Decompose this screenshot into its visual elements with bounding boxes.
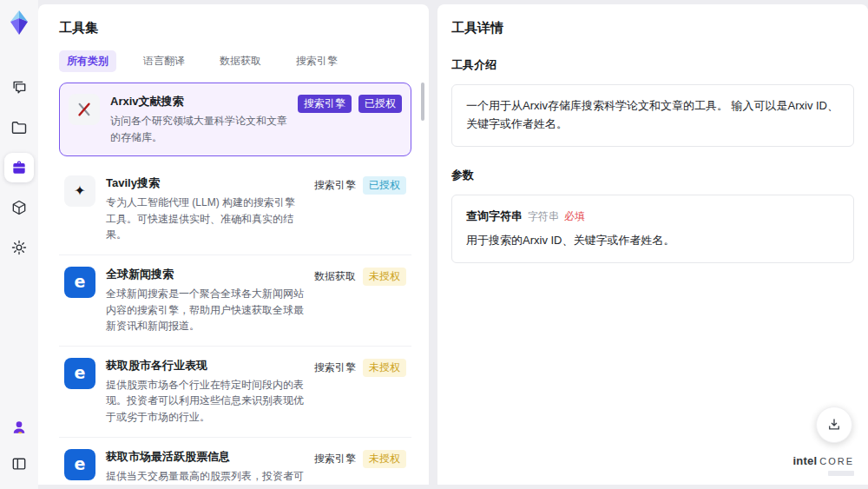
tool-list-item[interactable]: ✦Tavily搜索专为人工智能代理 (LLM) 构建的搜索引擎工具。可快速提供实…: [59, 164, 411, 255]
sidebar-bottom: [4, 413, 34, 489]
tool-description: 提供股票市场各个行业在特定时间段内的表现。投资者可以利用这些信息来识别表现优于或…: [106, 377, 304, 426]
tool-info: Tavily搜索专为人工智能代理 (LLM) 构建的搜索引擎工具。可快速提供实时…: [106, 175, 304, 243]
tool-tags: 搜索引擎未授权: [314, 449, 406, 468]
sidebar-item-packages[interactable]: [4, 193, 34, 222]
intro-heading: 工具介绍: [451, 57, 854, 73]
tab-language-translation[interactable]: 语言翻译: [135, 50, 193, 72]
chat-icon: [10, 79, 28, 96]
tab-all-categories[interactable]: 所有类别: [59, 50, 116, 72]
briefcase-icon: [10, 159, 28, 176]
tool-name: 获取市场最活跃股票信息: [106, 449, 304, 465]
tool-name: 全球新闻搜索: [106, 267, 304, 282]
tool-auth-badge: 已授权: [363, 176, 406, 195]
arxiv-logo-icon: [69, 94, 100, 125]
tool-description: 提供当天交易量最高的股票列表，投资者可以利用这些信息来识别流动性强的股票和潜在的…: [106, 468, 304, 485]
category-tabs: 所有类别语言翻译数据获取搜索引擎: [59, 50, 411, 72]
blue-app-icon: e: [64, 358, 95, 389]
tool-name: 获取股市各行业表现: [106, 358, 304, 373]
diamond-logo-icon: [8, 10, 30, 36]
tool-description: 全球新闻搜索是一个聚合全球各大新闻网站内容的搜索引擎，帮助用户快速获取全球最新资…: [106, 286, 304, 334]
tavily-star-icon: ✦: [64, 175, 95, 207]
intel-ultra-watermark: [828, 471, 854, 476]
details-title: 工具详情: [451, 20, 854, 36]
tool-name: Tavily搜索: [106, 175, 304, 191]
core-brand-text: core: [819, 456, 854, 467]
tool-category-tag: 数据获取: [314, 269, 356, 284]
download-button[interactable]: [816, 406, 852, 443]
tool-info: 获取股市各行业表现提供股票市场各个行业在特定时间段内的表现。投资者可以利用这些信…: [106, 358, 304, 426]
tool-list: Arxiv文献搜索访问各个研究领域大量科学论文和文章的存储库。搜索引擎已授权✦T…: [59, 83, 411, 485]
tool-name: Arxiv文献搜索: [110, 94, 287, 109]
tool-list-item[interactable]: e获取股市各行业表现提供股票市场各个行业在特定时间段内的表现。投资者可以利用这些…: [59, 347, 411, 438]
intel-brand-text: intel: [792, 454, 817, 468]
tool-tags: 搜索引擎已授权: [314, 175, 406, 195]
details-panel: 工具详情 工具介绍 一个用于从Arxiv存储库搜索科学论文和文章的工具。 输入可…: [437, 4, 868, 485]
tools-panel: 工具集 所有类别语言翻译数据获取搜索引擎 Arxiv文献搜索访问各个研究领域大量…: [38, 4, 429, 485]
tool-category-tag: 搜索引擎: [314, 360, 356, 375]
tool-description: 专为人工智能代理 (LLM) 构建的搜索引擎工具。可快速提供实时、准确和真实的结…: [106, 195, 304, 243]
blue-app-icon: e: [64, 267, 95, 298]
sidebar-item-collapse-panel[interactable]: [4, 449, 34, 479]
scrollbar-thumb[interactable]: [421, 83, 424, 121]
sidebar-item-toolbox[interactable]: [4, 153, 34, 182]
tool-tags: 搜索引擎未授权: [314, 358, 406, 377]
tool-auth-badge: 已授权: [358, 95, 402, 113]
params-heading: 参数: [451, 168, 854, 183]
tool-info: 全球新闻搜索全球新闻搜索是一个聚合全球各大新闻网站内容的搜索引擎，帮助用户快速获…: [106, 267, 304, 334]
tool-auth-badge: 未授权: [363, 359, 406, 377]
sidebar-item-chat[interactable]: [4, 73, 34, 102]
tool-info: Arxiv文献搜索访问各个研究领域大量科学论文和文章的存储库。: [110, 94, 287, 145]
panel-icon: [10, 455, 28, 472]
tab-data-fetch[interactable]: 数据获取: [212, 50, 269, 72]
intro-text: 一个用于从Arxiv存储库搜索科学论文和文章的工具。 输入可以是Arxiv ID…: [466, 99, 838, 130]
param-name: 查询字符串: [466, 209, 523, 222]
page-title: 工具集: [59, 20, 411, 36]
param-card: 查询字符串字符串必填 用于搜索的Arxiv ID、关键字或作者姓名。: [451, 195, 854, 264]
main-content: 工具集 所有类别语言翻译数据获取搜索引擎 Arxiv文献搜索访问各个研究领域大量…: [38, 0, 868, 485]
tool-auth-badge: 未授权: [363, 450, 406, 468]
blue-app-icon: e: [64, 449, 95, 480]
gear-icon: [10, 239, 28, 256]
param-required-flag: 必填: [564, 210, 585, 222]
intel-core-logo: intel core: [792, 454, 854, 476]
param-type: 字符串: [528, 210, 559, 222]
folder-icon: [10, 119, 28, 136]
sidebar-item-user[interactable]: [4, 413, 34, 442]
sidebar-item-folder[interactable]: [4, 113, 34, 142]
tab-search-engine[interactable]: 搜索引擎: [288, 50, 345, 72]
intro-card: 一个用于从Arxiv存储库搜索科学论文和文章的工具。 输入可以是Arxiv ID…: [451, 84, 854, 147]
tool-category-tag: 搜索引擎: [314, 178, 356, 193]
sidebar-nav: [4, 73, 34, 262]
sidebar: [0, 0, 38, 489]
tool-description: 访问各个研究领域大量科学论文和文章的存储库。: [110, 113, 287, 145]
cube-icon: [10, 199, 28, 216]
param-header: 查询字符串字符串必填: [466, 208, 839, 226]
param-description: 用于搜索的Arxiv ID、关键字或作者姓名。: [466, 232, 839, 250]
tool-category-tag: 搜索引擎: [314, 452, 356, 466]
user-icon: [10, 419, 28, 436]
tool-list-item[interactable]: e全球新闻搜索全球新闻搜索是一个聚合全球各大新闻网站内容的搜索引擎，帮助用户快速…: [59, 255, 411, 347]
tool-info: 获取市场最活跃股票信息提供当天交易量最高的股票列表，投资者可以利用这些信息来识别…: [106, 449, 304, 485]
tool-auth-badge: 未授权: [363, 268, 406, 286]
tool-tags: 搜索引擎已授权: [298, 94, 402, 113]
app-logo[interactable]: [7, 9, 31, 36]
tool-list-item[interactable]: e获取市场最活跃股票信息提供当天交易量最高的股票列表，投资者可以利用这些信息来识…: [59, 438, 411, 485]
download-icon: [826, 417, 842, 433]
tool-tags: 数据获取未授权: [314, 267, 406, 286]
sidebar-item-settings[interactable]: [4, 233, 34, 262]
tool-list-item[interactable]: Arxiv文献搜索访问各个研究领域大量科学论文和文章的存储库。搜索引擎已授权: [59, 83, 411, 156]
app-window: 工具集 所有类别语言翻译数据获取搜索引擎 Arxiv文献搜索访问各个研究领域大量…: [0, 0, 868, 489]
tool-category-tag: 搜索引擎: [298, 95, 352, 113]
